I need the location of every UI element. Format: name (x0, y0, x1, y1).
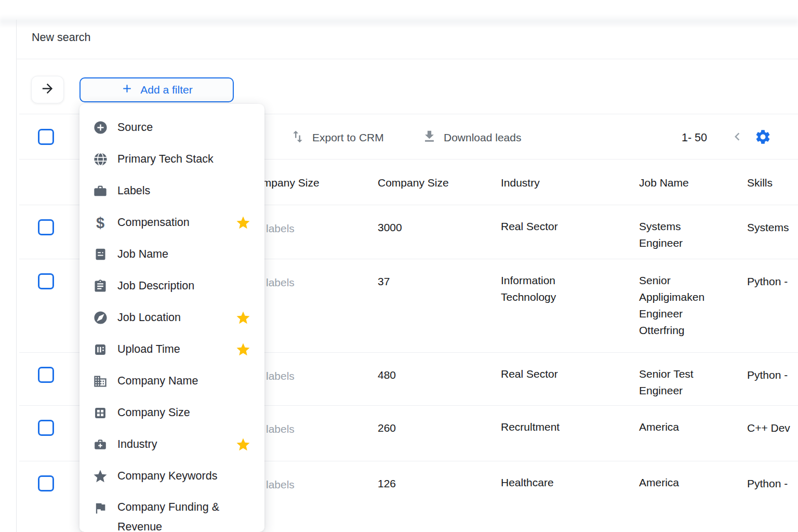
favorite-star-icon (235, 310, 251, 326)
filter-option-company-funding-revenue[interactable]: Company Funding & Revenue (79, 492, 264, 532)
favorite-star-icon (235, 437, 251, 453)
import-export-icon (290, 129, 305, 147)
filter-option-label: Labels (117, 184, 150, 197)
skills-cell: Python - (747, 367, 798, 383)
labels-cell: labels (266, 274, 295, 291)
schedule-icon (92, 342, 108, 357)
industry-cell: Recrultment (501, 419, 605, 435)
company-size-cell: 126 (378, 475, 396, 492)
industry-cell: Real Sector (501, 218, 605, 235)
filter-option-label: Upload Time (117, 343, 180, 356)
building-icon (92, 374, 108, 389)
filter-option-label: Company Name (117, 375, 198, 388)
column-header-skills: Skills (747, 177, 773, 189)
job-name-cell: Senior Appligimaken Engineer Otterfring (639, 272, 717, 339)
filter-option-job-description[interactable]: Job Description (79, 270, 264, 302)
skills-cell: Python - (747, 475, 798, 492)
filter-option-job-location[interactable]: Job Location (79, 302, 264, 334)
export-to-crm-label: Export to CRM (312, 131, 384, 144)
dollar-icon: $ (92, 215, 108, 231)
company-size-cell: 3000 (378, 219, 402, 236)
select-all-checkbox[interactable] (38, 129, 54, 145)
skills-cell: Python - (747, 273, 798, 290)
column-header-industry: Industry (501, 177, 540, 189)
row-checkbox[interactable] (38, 273, 54, 289)
labels-cell: labels (266, 421, 295, 437)
filter-option-primary-tech-stack[interactable]: Primary Tech Stack (79, 143, 264, 175)
filter-option-label: Job Location (117, 311, 181, 324)
column-header-company-size-2: Company Size (378, 177, 449, 189)
page-title: New search (32, 31, 91, 44)
filter-dropdown-menu: Source Primary Tech Stack Labels $ Compe… (79, 104, 264, 532)
industry-cell: Healthcare (501, 474, 605, 491)
labels-cell: labels (266, 476, 295, 493)
job-name-cell: America (639, 474, 717, 491)
skills-cell: Systems (747, 219, 798, 236)
source-icon (92, 120, 108, 136)
filter-option-label: Job Description (117, 280, 194, 292)
industry-cell: Information Technology (501, 272, 605, 305)
favorite-star-icon (235, 342, 251, 357)
filter-option-labels[interactable]: Labels (79, 175, 264, 207)
filter-option-upload-time[interactable]: Upload Time (79, 334, 264, 365)
filter-option-company-size[interactable]: Company Size (79, 397, 264, 429)
row-checkbox[interactable] (38, 420, 54, 436)
download-leads-button[interactable]: Download leads (422, 125, 521, 150)
job-name-cell: Senior Test Engineer (639, 366, 717, 399)
globe-icon (92, 152, 108, 167)
grid-icon (92, 405, 108, 421)
labels-cell: labels (266, 220, 295, 237)
gear-icon (754, 128, 772, 148)
filter-option-source[interactable]: Source (79, 112, 264, 143)
industry-cell: Real Sector (501, 366, 605, 382)
skills-cell: C++ Dev (747, 420, 798, 436)
filter-option-compensation[interactable]: $ Compensation (79, 207, 264, 238)
filter-option-label: Primary Tech Stack (117, 153, 214, 166)
collapse-panel-button[interactable] (31, 76, 64, 103)
document-icon (92, 247, 108, 262)
job-name-cell: America (639, 419, 717, 435)
download-icon (422, 129, 437, 147)
add-filter-button[interactable]: Add a filter (79, 77, 234, 102)
industry-icon (92, 437, 108, 453)
previous-page-button[interactable] (728, 127, 746, 149)
labels-cell: labels (266, 368, 295, 384)
row-checkbox[interactable] (38, 219, 54, 235)
column-header-job-name: Job Name (639, 177, 689, 189)
filter-option-label: Job Name (117, 248, 168, 261)
arrow-right-icon (40, 81, 55, 98)
favorite-star-icon (235, 215, 251, 231)
filter-option-label: Company Funding & Revenue (117, 497, 247, 532)
table-settings-button[interactable] (753, 127, 773, 149)
star-icon (92, 469, 108, 484)
briefcase-icon (92, 183, 108, 199)
plus-icon (121, 82, 134, 98)
pagination-range: 1- 50 (682, 125, 707, 150)
filter-option-label: Compensation (117, 216, 190, 229)
filter-option-label: Company Size (117, 406, 190, 419)
clipboard-icon (92, 278, 108, 294)
leads-search-page: New search Add a filter Export to CRM Do… (0, 0, 798, 532)
job-name-cell: Systems Engineer (639, 218, 717, 251)
row-checkbox[interactable] (38, 367, 54, 383)
company-size-cell: 37 (378, 273, 390, 290)
add-filter-label: Add a filter (140, 84, 192, 96)
filter-option-label: Company Keywords (117, 470, 217, 483)
filter-option-industry[interactable]: Industry (79, 429, 264, 460)
top-blur-band (0, 15, 798, 27)
filter-option-company-keywords[interactable]: Company Keywords (79, 460, 264, 492)
export-to-crm-button[interactable]: Export to CRM (290, 125, 384, 150)
compass-icon (92, 310, 108, 326)
chevron-left-icon (729, 129, 745, 147)
row-checkbox[interactable] (38, 475, 54, 491)
filter-option-label: Industry (117, 438, 157, 451)
title-divider (16, 59, 798, 59)
flag-icon (92, 500, 108, 516)
company-size-cell: 480 (378, 367, 396, 383)
filter-option-label: Source (117, 121, 153, 134)
filter-option-company-name[interactable]: Company Name (79, 365, 264, 397)
download-leads-label: Download leads (444, 131, 521, 144)
filter-option-job-name[interactable]: Job Name (79, 238, 264, 270)
company-size-cell: 260 (378, 420, 396, 436)
